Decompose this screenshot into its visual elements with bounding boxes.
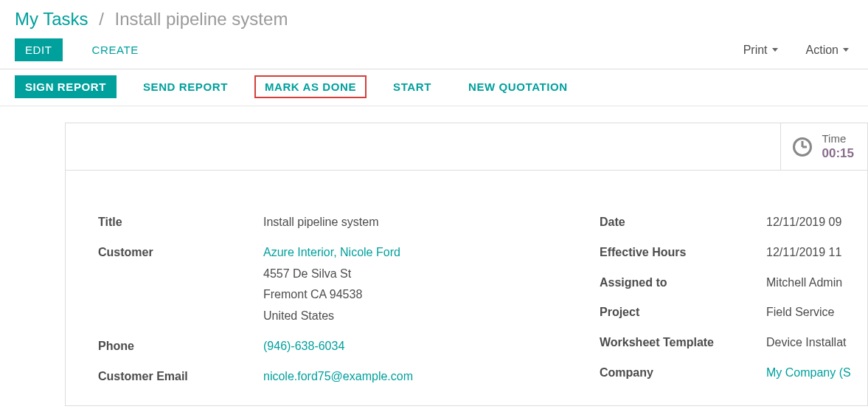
email-label: Customer Email — [98, 366, 263, 388]
customer-street: 4557 De Silva St — [263, 264, 400, 285]
date-label: Date — [600, 212, 766, 233]
project-label: Project — [600, 302, 766, 323]
task-card: Time 00:15 Title Install pipeline system… — [65, 123, 868, 406]
breadcrumb-leaf: Install pipeline system — [115, 9, 288, 29]
effective-hours-value: 12/11/2019 11 — [766, 242, 841, 264]
create-button[interactable]: CREATE — [82, 38, 149, 61]
timer-value: 00:15 — [822, 145, 854, 161]
action-menu[interactable]: Action — [802, 43, 853, 58]
main-toolbar: EDIT CREATE Print Action — [0, 32, 868, 69]
worksheet-template-label: Worksheet Template — [600, 332, 766, 354]
print-label: Print — [743, 44, 768, 57]
timer-widget[interactable]: Time 00:15 — [780, 123, 867, 170]
company-label: Company — [600, 363, 766, 384]
action-label: Action — [806, 44, 839, 57]
caret-down-icon — [772, 48, 778, 52]
worksheet-template-value: Device Installat — [766, 332, 847, 354]
status-actions-bar: SIGN REPORT SEND REPORT MARK AS DONE STA… — [0, 69, 868, 106]
timer-label: Time — [822, 132, 854, 146]
phone-label: Phone — [98, 336, 263, 357]
company-link[interactable]: My Company (S — [766, 363, 851, 384]
edit-button[interactable]: EDIT — [15, 38, 63, 61]
assigned-to-value: Mitchell Admin — [766, 272, 842, 294]
project-value: Field Service — [766, 302, 834, 323]
customer-link[interactable]: Azure Interior, Nicole Ford — [263, 242, 400, 264]
effective-hours-label: Effective Hours — [600, 242, 766, 264]
new-quotation-button[interactable]: NEW QUOTATION — [458, 75, 578, 98]
customer-city: Fremont CA 94538 — [263, 284, 400, 306]
breadcrumb-root[interactable]: My Tasks — [15, 9, 88, 29]
customer-label: Customer — [98, 242, 263, 264]
title-label: Title — [98, 212, 263, 233]
sign-report-button[interactable]: SIGN REPORT — [15, 75, 117, 98]
title-value: Install pipeline system — [263, 212, 379, 233]
assigned-to-label: Assigned to — [600, 272, 766, 294]
date-value: 12/11/2019 09 — [766, 212, 841, 233]
breadcrumb-separator: / — [99, 9, 104, 29]
caret-down-icon — [843, 48, 849, 52]
breadcrumb: My Tasks / Install pipeline system — [0, 0, 868, 32]
mark-as-done-button[interactable]: MARK AS DONE — [254, 75, 367, 98]
customer-country: United States — [263, 306, 400, 327]
print-menu[interactable]: Print — [739, 43, 782, 58]
start-button[interactable]: START — [383, 75, 442, 98]
clock-icon — [793, 137, 812, 157]
email-link[interactable]: nicole.ford75@example.com — [263, 366, 413, 388]
phone-link[interactable]: (946)-638-6034 — [263, 336, 344, 357]
send-report-button[interactable]: SEND REPORT — [133, 75, 238, 98]
